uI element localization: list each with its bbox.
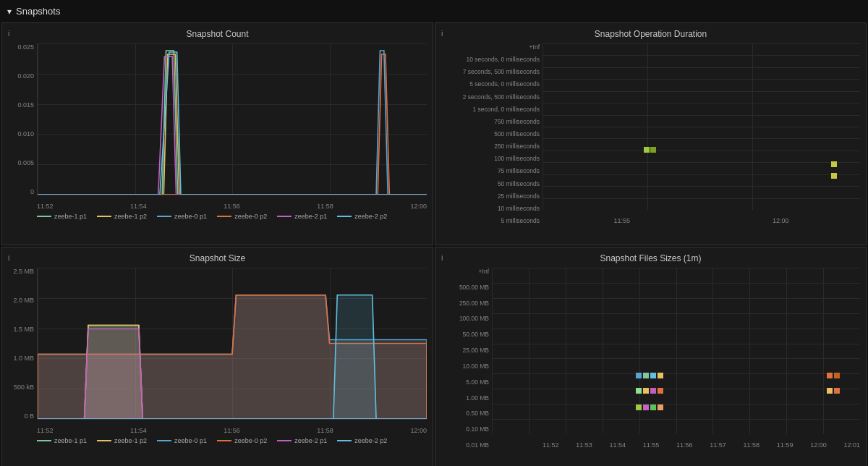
scatter-dot [831,173,837,179]
legend-item: zeebe-2 p1 [277,437,327,444]
info-icon-1[interactable]: i [8,29,9,38]
scatter-dot [650,373,656,378]
snapshot-files-sizes-title: Snapshot Files Sizes (1m) [441,253,860,263]
y-axis-1: 0.025 0.020 0.015 0.010 0.005 0 [8,43,37,195]
info-icon-4[interactable]: i [441,253,443,262]
scatter-dot [834,388,840,394]
legend-item: zeebe-2 p2 [337,213,387,220]
legend-item: zeebe-0 p1 [157,437,207,444]
charts-grid: i Snapshot Count 0.025 0.020 0.015 0.010… [0,22,868,466]
info-icon-2[interactable]: i [441,29,443,38]
legend-item: zeebe-1 p1 [37,213,87,220]
snapshot-count-title: Snapshot Count [8,29,427,39]
info-icon-3[interactable]: i [8,253,9,262]
legend-item: zeebe-1 p1 [37,437,87,444]
legend-item: zeebe-0 p1 [157,213,207,220]
scatter-dot [650,147,656,153]
page-header: ▾ Snapshots [0,0,868,22]
scatter-dot [636,388,642,394]
scatter-dot [643,388,649,394]
scatter-dot [636,404,642,410]
y-axis-3: 2.5 MB 2.0 MB 1.5 MB 1.0 MB 500 kB 0 B [8,268,37,420]
snapshot-operation-duration-panel: i Snapshot Operation Duration +Inf 10 se… [435,22,867,245]
scatter-dot [650,404,656,410]
plot-area-1 [37,43,427,195]
scatter-dot [636,373,642,378]
legend-item: zeebe-2 p2 [337,437,387,444]
legend-item: zeebe-2 p1 [277,213,327,220]
scatter-dot [658,388,663,394]
legend-item: zeebe-0 p2 [217,213,267,220]
snapshot-count-panel: i Snapshot Count 0.025 0.020 0.015 0.010… [1,22,433,245]
scatter-dot [834,373,840,378]
scatter-dot [658,373,663,378]
chevron-icon: ▾ [7,7,12,17]
scatter-dot [643,404,649,410]
y-axis-2: +Inf 10 seconds, 0 milliseconds 7 second… [441,43,542,224]
scatter-dot [827,373,833,378]
scatter-dot [658,404,663,410]
legend-item: zeebe-1 p2 [97,213,147,220]
snapshot-size-title: Snapshot Size [8,253,427,263]
scatter-area-4: 11:52 11:53 11:54 11:55 11:56 11:57 11:5… [492,268,860,449]
x-axis-1: 11:52 11:54 11:56 11:58 12:00 [37,198,427,210]
legend-item: zeebe-1 p2 [97,437,147,444]
x-axis-4: 11:52 11:53 11:54 11:55 11:56 11:57 11:5… [542,437,860,449]
plot-area-3 [37,268,427,420]
scatter-dot [831,161,837,167]
scatter-area-2: 11:55 12:00 [542,43,860,224]
scatter-dot [827,388,833,394]
snapshot-operation-duration-title: Snapshot Operation Duration [441,29,860,39]
legend-item: zeebe-0 p2 [217,437,267,444]
snapshot-size-panel: i Snapshot Size 2.5 MB 2.0 MB 1.5 MB 1.0… [1,247,433,466]
y-axis-4: +Inf 500.00 MB 250.00 MB 100.00 MB 50.00… [441,268,492,449]
x-axis-3: 11:52 11:54 11:56 11:58 12:00 [37,423,427,434]
scatter-dot [650,388,656,394]
page-title: Snapshots [16,6,60,17]
legend-1: zeebe-1 p1 zeebe-1 p2 zeebe-0 p1 zeebe-0… [8,210,427,220]
legend-3: zeebe-1 p1 zeebe-1 p2 zeebe-0 p1 zeebe-0… [8,434,427,444]
scatter-dot [644,147,650,153]
snapshot-files-sizes-panel: i Snapshot Files Sizes (1m) +Inf 500.00 … [435,247,867,466]
scatter-dot [643,373,649,378]
